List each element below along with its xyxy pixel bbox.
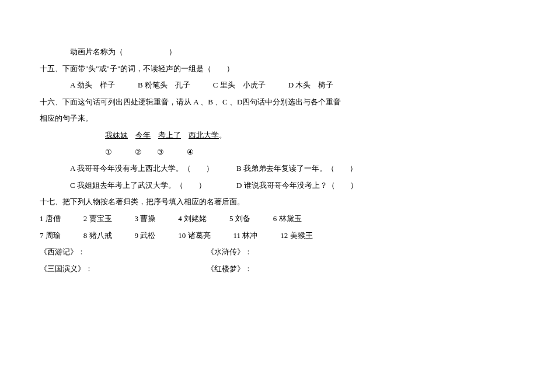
q17-stem: 十七、把下列人物按名著归类，把序号填入相应的名著后面。 (40, 194, 497, 211)
q17-books-row2: 《三国演义》： 《红楼梦》： (40, 261, 497, 278)
q16-options-cd: C 我姐姐去年考上了武汉大学。（ ） D 谁说我哥哥今年没考上？（ ） (40, 177, 497, 194)
document-body: 动画片名称为（ ） 十五、下面带"头"或"子"的词，不读轻声的一组是（ ） A … (0, 0, 537, 277)
q16-sentence: 我妹妹 今年 考上了 西北大学。 (40, 127, 497, 144)
q15-options: A 劲头 样子 B 粉笔头 孔子 C 里头 小虎子 D 木头 椅子 (40, 77, 497, 94)
q17-books-row1: 《西游记》： 《水浒传》： (40, 244, 497, 261)
q17-characters-row2: 7 周瑜 8 猪八戒 9 武松 10 诸葛亮 11 林冲 12 美猴王 (40, 228, 497, 244)
q16-stem-line1: 十六、下面这句话可列出四处逻辑重音，请从 A 、B 、C 、D四句话中分别选出与… (40, 94, 497, 111)
q16-word1: 我妹妹 (105, 131, 128, 139)
q16-numbers: ① ② ③ ④ (40, 144, 497, 161)
q16-word4: 西北大学 (189, 131, 219, 139)
q16-period: 。 (219, 131, 226, 139)
q16-options-ab: A 我哥哥今年没有考上西北大学。（ ） B 我弟弟去年复读了一年。（ ） (40, 160, 497, 177)
q16-stem-line2: 相应的句子来。 (40, 110, 497, 127)
q17-characters-row1: 1 唐僧 2 贾宝玉 3 曹操 4 刘姥姥 5 刘备 6 林黛玉 (40, 211, 497, 228)
q16-word2: 今年 (135, 131, 151, 139)
q15-stem: 十五、下面带"头"或"子"的词，不读轻声的一组是（ ） (40, 61, 497, 78)
q16-word3: 考上了 (158, 131, 181, 139)
q14-continuation: 动画片名称为（ ） (40, 44, 497, 61)
